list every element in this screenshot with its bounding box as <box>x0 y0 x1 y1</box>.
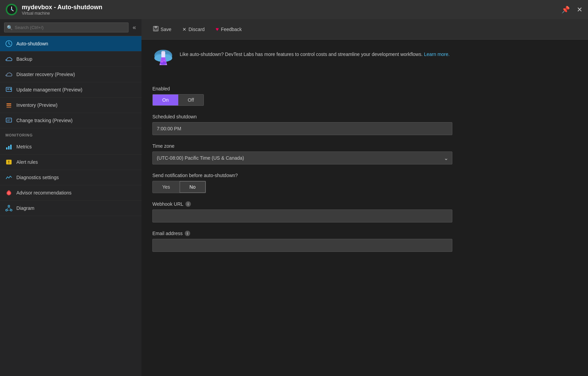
close-button[interactable]: ✕ <box>577 5 583 14</box>
page-subtitle: Virtual machine <box>22 11 102 16</box>
svg-rect-13 <box>6 107 11 108</box>
advisor-icon <box>5 189 12 196</box>
sidebar-item-label: Change tracking (Preview) <box>16 118 73 123</box>
webhook-info-icon[interactable]: i <box>185 201 191 207</box>
sidebar-item-advisor-recommendations[interactable]: Advisor recommendations <box>0 185 141 201</box>
svg-rect-12 <box>6 105 11 106</box>
sidebar-item-update-management[interactable]: Update management (Preview) <box>0 82 141 98</box>
main-layout: 🔍 « Auto-shutdown <box>0 19 588 376</box>
sidebar-item-diagnostics-settings[interactable]: Diagnostics settings <box>0 170 141 185</box>
metrics-icon <box>5 143 12 150</box>
titlebar-title: mydevbox - Auto-shutdown Virtual machine <box>22 4 102 16</box>
inventory-icon <box>5 102 12 109</box>
sidebar: 🔍 « Auto-shutdown <box>0 19 141 376</box>
save-icon <box>153 26 159 33</box>
sidebar-item-label: Advisor recommendations <box>16 190 72 196</box>
svg-rect-30 <box>154 29 157 31</box>
webhook-group: Webhook URL i <box>152 201 577 222</box>
toggle-off-button[interactable]: Off <box>178 95 203 105</box>
webhook-label: Webhook URL <box>152 201 183 207</box>
learn-more-link[interactable]: Learn more. <box>424 52 450 57</box>
notification-group: Send notification before auto-shutdown? … <box>152 173 577 193</box>
sidebar-item-label: Alert rules <box>16 159 38 165</box>
diagnostics-icon <box>5 174 12 181</box>
collapse-sidebar-button[interactable]: « <box>131 23 137 32</box>
timezone-select[interactable]: (UTC-08:00) Pacific Time (US & Canada) <box>152 151 452 164</box>
enabled-group: Enabled On Off <box>152 86 577 106</box>
sidebar-item-label: Disaster recovery (Preview) <box>16 72 75 77</box>
sidebar-item-label: Auto-shutdown <box>16 41 48 46</box>
email-info-icon[interactable]: i <box>185 231 190 236</box>
save-button[interactable]: Save <box>148 23 176 35</box>
info-banner: Like auto-shutdown? DevTest Labs has mor… <box>152 48 577 75</box>
content-area: Save ✕ Discard ♥ Feedback <box>141 19 588 376</box>
svg-point-39 <box>161 61 163 63</box>
sidebar-list: Auto-shutdown Backup Disaster reco <box>0 36 141 376</box>
svg-rect-9 <box>7 88 9 90</box>
svg-point-4 <box>11 9 12 10</box>
webhook-input[interactable] <box>152 209 452 222</box>
search-input[interactable] <box>4 23 129 32</box>
form-area: Like auto-shutdown? DevTest Labs has mor… <box>141 40 588 376</box>
svg-rect-41 <box>162 51 165 53</box>
sidebar-item-alert-rules[interactable]: ! Alert rules <box>0 155 141 170</box>
info-banner-text: Like auto-shutdown? DevTest Labs has mor… <box>180 48 450 58</box>
feedback-button[interactable]: ♥ Feedback <box>211 24 246 35</box>
webhook-label-row: Webhook URL i <box>152 201 577 207</box>
discard-label: Discard <box>189 27 205 32</box>
sidebar-item-label: Diagnostics settings <box>16 175 59 180</box>
disaster-recovery-icon <box>5 71 12 78</box>
sidebar-item-inventory[interactable]: Inventory (Preview) <box>0 98 141 113</box>
monitoring-section-label: MONITORING <box>0 128 141 139</box>
sidebar-item-disaster-recovery[interactable]: Disaster recovery (Preview) <box>0 67 141 82</box>
svg-point-38 <box>160 61 167 64</box>
backup-icon <box>5 56 12 62</box>
search-bar: 🔍 « <box>0 19 141 36</box>
pin-button[interactable]: 📌 <box>561 5 570 14</box>
discard-button[interactable]: ✕ Discard <box>178 24 209 35</box>
save-label: Save <box>161 27 171 32</box>
enabled-toggle-group: On Off <box>152 94 204 106</box>
email-label-row: Email address i <box>152 231 577 236</box>
search-wrapper: 🔍 <box>4 23 129 32</box>
svg-line-7 <box>9 44 10 45</box>
app-icon <box>5 3 18 16</box>
diagram-icon <box>5 205 12 212</box>
discard-icon: ✕ <box>182 27 186 32</box>
svg-rect-35 <box>161 52 165 57</box>
toggle-on-button[interactable]: On <box>153 95 178 105</box>
timezone-label: Time zone <box>152 143 577 149</box>
scheduled-shutdown-label: Scheduled shutdown <box>152 114 577 119</box>
yes-button[interactable]: Yes <box>153 181 180 193</box>
sidebar-item-label: Update management (Preview) <box>16 87 82 92</box>
feedback-icon: ♥ <box>215 26 219 32</box>
titlebar-left: mydevbox - Auto-shutdown Virtual machine <box>5 3 102 16</box>
feedback-label: Feedback <box>221 27 242 32</box>
svg-point-10 <box>10 88 11 90</box>
svg-point-24 <box>11 209 12 211</box>
timezone-select-wrapper: (UTC-08:00) Pacific Time (US & Canada) ⌄ <box>152 151 452 164</box>
auto-shutdown-icon <box>5 40 12 47</box>
devtest-labs-icon <box>152 48 174 70</box>
titlebar-actions: 📌 ✕ <box>561 5 583 14</box>
sidebar-item-metrics[interactable]: Metrics <box>0 139 141 155</box>
svg-line-26 <box>9 207 11 209</box>
svg-point-23 <box>6 209 7 211</box>
sidebar-item-label: Diagram <box>16 205 34 211</box>
svg-line-25 <box>7 207 9 209</box>
update-management-icon <box>5 86 12 93</box>
sidebar-item-diagram[interactable]: Diagram <box>0 201 141 216</box>
notification-toggle-group: Yes No <box>152 181 206 193</box>
svg-rect-18 <box>8 146 10 149</box>
email-input[interactable] <box>152 239 452 252</box>
svg-rect-19 <box>10 145 12 149</box>
svg-rect-17 <box>6 147 7 149</box>
no-button[interactable]: No <box>180 181 206 193</box>
change-tracking-icon <box>5 117 12 124</box>
notification-label: Send notification before auto-shutdown? <box>152 173 577 178</box>
sidebar-item-auto-shutdown[interactable]: Auto-shutdown <box>0 36 141 52</box>
sidebar-item-change-tracking[interactable]: Change tracking (Preview) <box>0 113 141 128</box>
sidebar-item-backup[interactable]: Backup <box>0 52 141 67</box>
scheduled-shutdown-input[interactable] <box>152 122 452 135</box>
email-label: Email address <box>152 231 183 236</box>
